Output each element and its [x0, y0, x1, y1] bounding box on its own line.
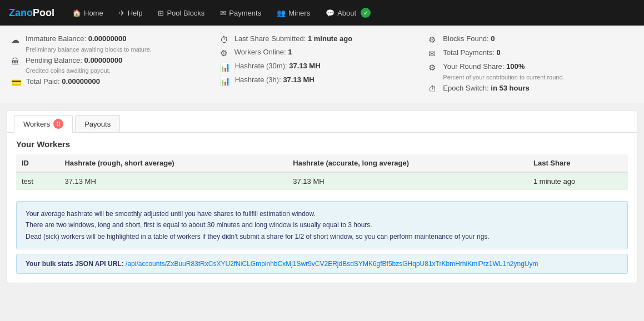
col-hashrate-short: Hashrate (rough, short average)	[59, 154, 287, 172]
last-share-value: 1 minute ago	[308, 34, 352, 43]
round-share-sub: Percent of your contribution to current …	[443, 74, 633, 81]
nav-miners-label: Miners	[288, 9, 310, 17]
immature-balance-value: 0.00000000	[88, 34, 127, 43]
main-content: Workers 0 Payouts Your Workers ID Hashra…	[7, 110, 637, 283]
stat-pending-balance: 🏛 Pending Balance: 0.00000000	[11, 56, 216, 66]
pending-balance-label: Pending Balance:	[26, 56, 82, 64]
tab-payouts[interactable]: Payouts	[75, 115, 120, 132]
tabs: Workers 0 Payouts	[7, 111, 637, 133]
stats-col-2: ⏱ Last Share Submitted: 1 minute ago ⚙ W…	[220, 34, 425, 94]
epoch-switch-value: in 53 hours	[491, 84, 529, 92]
nav-pool-blocks-label: Pool Blocks	[167, 9, 204, 17]
nav-links: 🏠 Home ✈ Help ⊞ Pool Blocks ✉ Payments 👥…	[66, 4, 377, 21]
stat-hashrate-3h: 📊 Hashrate (3h): 37.13 MH	[220, 76, 425, 86]
brand-zano: Zano	[9, 7, 33, 19]
col-last-share: Last Share	[528, 154, 628, 172]
pending-balance-sub: Credited coins awaiting payout.	[26, 67, 216, 74]
nav-payments-label: Payments	[229, 9, 261, 17]
workers-online-label: Workers Online:	[234, 48, 286, 56]
workers-table: ID Hashrate (rough, short average) Hashr…	[16, 154, 628, 190]
section-title: Your Workers	[16, 139, 628, 149]
blocks-found-icon: ⚙	[428, 35, 438, 45]
epoch-switch-icon: ⏱	[428, 84, 438, 94]
info-line-1: Your average hashrate will be smoothly a…	[26, 208, 618, 219]
info-line-2: There are two windows, long and short, f…	[26, 219, 618, 230]
stat-last-share: ⏱ Last Share Submitted: 1 minute ago	[220, 34, 425, 44]
home-icon: 🏠	[72, 9, 81, 17]
hashrate-30m-icon: 📊	[220, 62, 231, 72]
tab-workers-badge: 0	[53, 119, 63, 129]
stat-immature-balance: ☁ Immature Balance: 0.00000000	[11, 34, 216, 45]
last-share-icon: ⏱	[220, 35, 230, 44]
blocks-found-label: Blocks Found:	[443, 34, 488, 43]
hashrate-30m-value: 37.13 MH	[289, 62, 320, 70]
immature-balance-label: Immature Balance:	[26, 34, 86, 43]
brand: Zano Pool	[9, 7, 54, 19]
hashrate-3h-value: 37.13 MH	[283, 76, 314, 84]
workers-online-value: 1	[288, 48, 292, 56]
workers-online-icon: ⚙	[220, 48, 230, 58]
immature-balance-sub: Preliminary balance awaiting blocks to m…	[26, 46, 216, 53]
col-hashrate-long: Hashrate (accurate, long average)	[287, 154, 528, 172]
hashrate-3h-label: Hashrate (3h):	[235, 76, 281, 84]
nav-home[interactable]: 🏠 Home	[66, 6, 110, 21]
worker-last-share: 1 minute ago	[528, 172, 628, 190]
blocks-found-value: 0	[491, 34, 495, 43]
epoch-switch-label: Epoch Switch:	[443, 84, 488, 92]
brand-pool: Pool	[33, 7, 54, 19]
total-paid-icon: 💳	[11, 78, 22, 88]
table-body: test 37.13 MH 37.13 MH 1 minute ago	[16, 172, 628, 190]
payments-icon: ✉	[220, 9, 226, 17]
round-share-value: 100%	[506, 62, 525, 71]
total-payments-label: Total Payments:	[443, 48, 495, 57]
stat-round-share: ⚙ Your Round Share: 100%	[428, 62, 633, 73]
info-box: Your average hashrate will be smoothly a…	[16, 201, 628, 249]
worker-hashrate-long: 37.13 MH	[287, 172, 528, 190]
col-id: ID	[16, 154, 59, 172]
stats-col-1: ☁ Immature Balance: 0.00000000 Prelimina…	[11, 34, 216, 94]
pending-balance-value: 0.00000000	[84, 56, 123, 64]
table-head: ID Hashrate (rough, short average) Hashr…	[16, 154, 628, 172]
nav-payments[interactable]: ✉ Payments	[213, 6, 268, 21]
stat-workers-online: ⚙ Workers Online: 1	[220, 48, 425, 58]
total-payments-value: 0	[496, 48, 500, 57]
total-paid-value: 0.00000000	[62, 77, 100, 86]
total-payments-icon: ✉	[428, 49, 438, 59]
info-line-3: Dead (sick) workers will be highlighted …	[26, 231, 618, 242]
about-check-icon: ✓	[361, 8, 371, 18]
tab-payouts-label: Payouts	[84, 120, 111, 128]
nav-help-label: Help	[128, 9, 143, 17]
nav-help[interactable]: ✈ Help	[112, 6, 149, 21]
about-icon: 💬	[326, 9, 335, 17]
hashrate-30m-label: Hashrate (30m):	[235, 62, 287, 70]
nav-about-label: About	[337, 9, 356, 17]
last-share-label: Last Share Submitted:	[234, 34, 306, 43]
stat-total-paid: 💳 Total Paid: 0.00000000	[11, 77, 216, 88]
nav-home-label: Home	[84, 9, 103, 17]
nav-miners[interactable]: 👥 Miners	[270, 6, 317, 21]
round-share-label: Your Round Share:	[443, 62, 504, 71]
navbar: Zano Pool 🏠 Home ✈ Help ⊞ Pool Blocks ✉ …	[0, 0, 644, 26]
miners-icon: 👥	[277, 9, 286, 17]
total-paid-label: Total Paid:	[26, 77, 60, 86]
worker-hashrate-short: 37.13 MH	[59, 172, 287, 190]
hashrate-3h-icon: 📊	[220, 76, 231, 86]
worker-id: test	[16, 172, 59, 190]
immature-balance-icon: ☁	[11, 35, 21, 45]
url-value[interactable]: /api/accounts/ZxBuuR83tRxCsXYU2fNiCLGmpi…	[126, 260, 538, 268]
stat-total-payments: ✉ Total Payments: 0	[428, 48, 633, 59]
table-header-row: ID Hashrate (rough, short average) Hashr…	[16, 154, 628, 172]
stat-blocks-found: ⚙ Blocks Found: 0	[428, 34, 633, 45]
help-icon: ✈	[119, 9, 125, 17]
tab-workers[interactable]: Workers 0	[14, 115, 73, 133]
pool-blocks-icon: ⊞	[158, 9, 164, 17]
tab-workers-label: Workers	[23, 120, 50, 128]
url-box: Your bulk stats JSON API URL: /api/accou…	[16, 254, 628, 274]
nav-pool-blocks[interactable]: ⊞ Pool Blocks	[151, 6, 211, 21]
nav-about[interactable]: 💬 About ✓	[319, 4, 377, 21]
round-share-icon: ⚙	[428, 63, 438, 73]
stats-col-3: ⚙ Blocks Found: 0 ✉ Total Payments: 0 ⚙ …	[428, 34, 633, 94]
table-row: test 37.13 MH 37.13 MH 1 minute ago	[16, 172, 628, 190]
stat-epoch-switch: ⏱ Epoch Switch: in 53 hours	[428, 84, 633, 94]
stats-panel: ☁ Immature Balance: 0.00000000 Prelimina…	[0, 26, 644, 103]
